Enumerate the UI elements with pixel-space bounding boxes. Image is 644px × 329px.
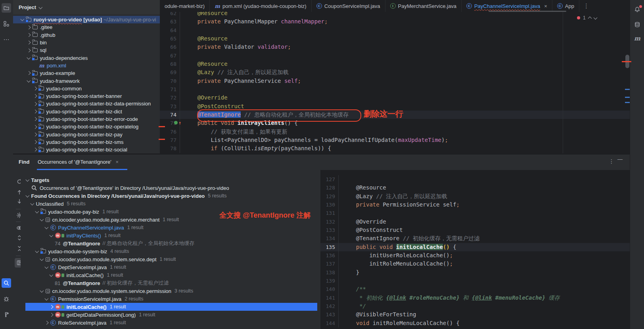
tab-paymerchantservice-java[interactable]: IPayMerchantService.java bbox=[385, 0, 462, 12]
code-line-76[interactable]: 76 // 获取支付渠道，如果有更新 bbox=[160, 128, 630, 136]
stripe-mark[interactable] bbox=[625, 102, 630, 103]
find-row-cn-iocoder-yudao-module-system-service-permission[interactable]: cn.iocoder.yudao.module.system.service.p… bbox=[21, 287, 320, 295]
error-stripe-mark[interactable] bbox=[622, 61, 631, 62]
find-row-found-occurrences-in-directory-users-yunai-java-ruoyi-vue-pro-video[interactable]: Found Occurrences in Directory /Users/yu… bbox=[21, 192, 320, 200]
code-line-135[interactable]: 135 public void initLocalCache() { bbox=[320, 243, 630, 251]
find-row-permissionserviceimpl-java[interactable]: CPermissionServiceImpl.java2 results bbox=[21, 295, 320, 303]
code-line-62[interactable]: 62 @Resource bbox=[160, 12, 630, 17]
line-number[interactable]: 144 bbox=[320, 319, 338, 327]
minimize-icon[interactable]: — bbox=[617, 156, 623, 162]
build-icon[interactable] bbox=[2, 310, 11, 319]
chevron-down-icon[interactable] bbox=[45, 265, 48, 268]
code-line-128[interactable]: 128 @Resource bbox=[320, 184, 630, 192]
chevron-right-icon[interactable] bbox=[33, 87, 37, 90]
next-error-icon[interactable] bbox=[593, 15, 597, 19]
line-number[interactable]: 130 bbox=[320, 201, 338, 209]
more-icon[interactable] bbox=[2, 35, 11, 44]
project-tree-row-sql[interactable]: sql bbox=[13, 46, 160, 54]
find-row-yudao-module-system-biz[interactable]: yudao-module-system-biz4 results bbox=[21, 247, 320, 255]
chevron-right-icon[interactable] bbox=[27, 41, 31, 44]
code-line-71[interactable]: 71 bbox=[160, 85, 630, 94]
preview-editor-permission-service[interactable]: 127128 @Resource129 @Lazy // 注入自己，所以延迟加载… bbox=[320, 170, 630, 329]
close-icon[interactable]: × bbox=[115, 159, 119, 165]
code-line-131[interactable]: 131 bbox=[320, 209, 630, 217]
editor-pay-channel-service[interactable]: 62 @Resource63 private PayChannelMapper … bbox=[160, 12, 630, 153]
code-line-140[interactable]: 140 /** bbox=[320, 285, 630, 293]
code-line-136[interactable]: 136 initUserRoleLocalCache(); bbox=[320, 251, 630, 260]
line-number[interactable]: 134 bbox=[320, 234, 338, 243]
line-number[interactable]: 139 bbox=[320, 277, 338, 285]
tab-paychannelserviceimpl-java[interactable]: CPayChannelServiceImpl.java× bbox=[462, 0, 552, 12]
search-icon[interactable] bbox=[2, 278, 11, 288]
line-number[interactable]: 128 bbox=[320, 184, 338, 192]
project-tree-row-yudao-dependencies[interactable]: yudao-dependencies bbox=[13, 54, 160, 62]
chevron-down-icon[interactable] bbox=[50, 273, 53, 276]
code-line-65[interactable]: 65 @Resource bbox=[160, 34, 630, 43]
chevron-right-icon[interactable] bbox=[33, 140, 37, 144]
code-line-77[interactable]: 77 List<PayChannelDO> payChannels = load… bbox=[160, 136, 630, 144]
kebab-menu-icon[interactable]: ⋮ bbox=[579, 0, 593, 12]
chevron-down-icon[interactable] bbox=[45, 225, 48, 229]
line-number[interactable]: 129 bbox=[320, 192, 338, 201]
line-number[interactable]: 62 bbox=[160, 12, 180, 17]
line-number[interactable]: 69 bbox=[160, 68, 180, 77]
chevron-right-icon[interactable] bbox=[50, 313, 53, 316]
line-number[interactable]: 74 bbox=[160, 111, 180, 119]
override-arrow-icon[interactable]: ↑ bbox=[178, 119, 181, 126]
code-line-64[interactable]: 64 bbox=[160, 26, 630, 34]
find-row-unclassified[interactable]: Unclassified5 results bbox=[21, 200, 320, 208]
find-row-initpayclients-[interactable]: minitPayClients()1 result bbox=[21, 231, 320, 239]
project-tree-row-yudao-framework[interactable]: yudao-framework bbox=[13, 77, 160, 84]
project-tree-row-ruoyi-vue-pro-video[interactable]: ruoyi-vue-pro-video [yudao] ~/Java/ruoyi… bbox=[13, 16, 160, 23]
project-tree-row-yudao-spring-boot-starter-biz-dict[interactable]: yudao-spring-boot-starter-biz-dict bbox=[13, 108, 160, 115]
find-row-initlocalcache-[interactable]: minitLocalCache()1 result bbox=[21, 271, 320, 279]
line-number[interactable]: 141 bbox=[320, 294, 338, 302]
code-line-134[interactable]: 134 @TenantIgnore // 初始化缓存，无需租户过滤 bbox=[320, 234, 630, 243]
project-tree-row-.github[interactable]: .github bbox=[13, 31, 160, 39]
project-folder-icon[interactable] bbox=[2, 3, 11, 13]
chevron-down-icon[interactable] bbox=[26, 178, 29, 181]
line-number[interactable]: 127 bbox=[320, 175, 338, 184]
find-row-initlocalcache-[interactable]: minitLocalCache()1 result bbox=[21, 303, 320, 311]
line-number[interactable]: 73 bbox=[160, 102, 180, 111]
stripe-mark[interactable] bbox=[625, 97, 630, 98]
line-number[interactable]: 68 bbox=[160, 60, 180, 68]
line-number[interactable]: 76 bbox=[160, 128, 180, 136]
code-line-132[interactable]: 132 @Override bbox=[320, 218, 630, 226]
find-row-getdeptdatapermission-long-[interactable]: mgetDeptDataPermission(Long)1 result bbox=[21, 311, 320, 319]
chevron-right-icon[interactable] bbox=[33, 148, 37, 151]
code-line-139[interactable]: 139 bbox=[320, 277, 630, 285]
line-number[interactable]: 70 bbox=[160, 77, 180, 85]
line-number[interactable]: 63 bbox=[160, 17, 180, 26]
project-tree-row-yudao-spring-boot-starter-biz-social[interactable]: yudao-spring-boot-starter-biz-social bbox=[13, 146, 160, 153]
tab-pom-xml-yudao-module-coupon-biz-[interactable]: mpom.xml (yudao-module-coupon-biz) bbox=[210, 0, 311, 12]
chevron-down-icon[interactable] bbox=[35, 209, 39, 213]
chevron-right-icon[interactable] bbox=[33, 133, 37, 136]
line-number[interactable]: 142 bbox=[320, 302, 338, 310]
maven-tool-icon[interactable]: m bbox=[634, 35, 640, 42]
chevron-down-icon[interactable] bbox=[50, 233, 53, 237]
code-line-141[interactable]: 141 * 初始化 {@link #roleMenuCache} 和 {@lin… bbox=[320, 294, 630, 302]
project-tree-row-yudao-spring-boot-starter-biz-operatelog[interactable]: yudao-spring-boot-starter-biz-operatelog bbox=[13, 123, 160, 130]
chevron-right-icon[interactable] bbox=[27, 48, 31, 52]
tabbar-scrollbar-thumb[interactable] bbox=[489, 11, 566, 12]
code-line-129[interactable]: 129 @Lazy // 注入自己，所以延迟加载 bbox=[320, 192, 630, 201]
code-line-144[interactable]: 144 void initRoleMenuLocalCache() { bbox=[320, 319, 630, 327]
code-line-69[interactable]: 69 @Lazy // 注入自己，所以延迟加载 bbox=[160, 68, 630, 77]
chevron-down-icon[interactable] bbox=[27, 55, 31, 59]
project-tree-row-yudao-example[interactable]: yudao-example bbox=[13, 69, 160, 77]
line-number[interactable]: 66 bbox=[160, 43, 180, 51]
code-line-78[interactable]: 78 if (CollUtil.isEmpty(payChannels)) { bbox=[160, 144, 630, 153]
chevron-right-icon[interactable] bbox=[33, 117, 37, 121]
line-number[interactable]: 137 bbox=[320, 260, 338, 268]
line-number[interactable]: 136 bbox=[320, 251, 338, 260]
find-row-cn-iocoder-yudao-module-system-service-dept[interactable]: cn.iocoder.yudao.module.system.service.d… bbox=[21, 255, 320, 263]
tab-app[interactable]: CApp bbox=[552, 0, 579, 12]
chevron-down-icon[interactable] bbox=[35, 249, 39, 252]
chevron-down-icon[interactable] bbox=[40, 217, 44, 221]
stripe-mark[interactable] bbox=[625, 89, 630, 90]
line-number[interactable]: 133 bbox=[320, 226, 338, 234]
structure-icon[interactable] bbox=[2, 19, 11, 29]
chevron-right-icon[interactable] bbox=[33, 102, 37, 105]
line-number[interactable]: 67 bbox=[160, 52, 180, 60]
